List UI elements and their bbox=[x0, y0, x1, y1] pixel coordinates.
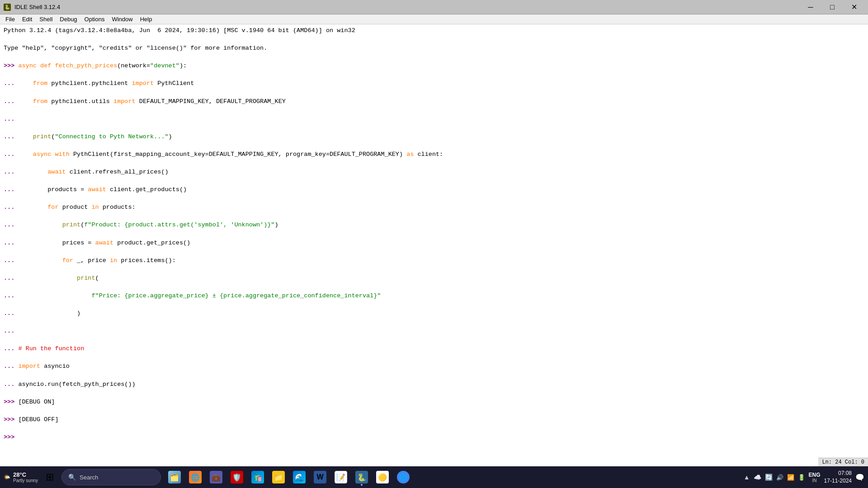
refresh-icon[interactable]: 🔄 bbox=[765, 474, 773, 481]
volume-icon[interactable]: 🔊 bbox=[776, 474, 783, 481]
mcafee-icon: 🛡️ bbox=[231, 471, 243, 483]
title-bar: 🐍 IDLE Shell 3.12.4 ─ □ ✕ bbox=[0, 0, 868, 14]
system-clock[interactable]: 07:08 17-11-2024 bbox=[824, 469, 852, 485]
shell-area[interactable]: Python 3.12.4 (tags/v3.12.4:8e8a4ba, Jun… bbox=[0, 24, 868, 467]
clock-date: 17-11-2024 bbox=[824, 477, 852, 485]
weather-condition: Partly sunny bbox=[13, 478, 38, 483]
network-icon[interactable]: 📶 bbox=[787, 474, 794, 481]
system-tray: ▲ ☁️ 🔄 🔊 📶 🔋 ENG IN 07:08 17-11-2024 🗨️ bbox=[744, 469, 864, 485]
window-title: IDLE Shell 3.12.4 bbox=[14, 4, 60, 10]
cloud-icon[interactable]: ☁️ bbox=[754, 474, 761, 481]
menu-edit[interactable]: Edit bbox=[19, 15, 36, 23]
language-indicator[interactable]: ENG IN bbox=[809, 472, 821, 483]
title-bar-left: 🐍 IDLE Shell 3.12.4 bbox=[4, 4, 60, 11]
taskbar: 🌤️ 28°C Partly sunny ⊞ 🔍 Search 🗂️ 🌐 💼 🛡… bbox=[0, 466, 868, 488]
chevron-up-icon[interactable]: ▲ bbox=[744, 474, 750, 481]
taskbar-app-python[interactable]: 🐍 bbox=[352, 467, 372, 487]
chrome2-icon: 🌐 bbox=[397, 471, 410, 483]
store-icon: 🛍️ bbox=[251, 471, 264, 483]
notifications-icon[interactable]: 🗨️ bbox=[855, 473, 864, 482]
taskbar-app-edge[interactable]: 🌊 bbox=[289, 467, 309, 487]
search-label: Search bbox=[80, 474, 98, 481]
windows-icon: ⊞ bbox=[46, 471, 54, 483]
taskbar-app-files[interactable]: 📁 bbox=[269, 467, 288, 487]
status-bar: Ln: 24 Col: 0 bbox=[818, 458, 868, 466]
maximize-button[interactable]: □ bbox=[822, 0, 843, 14]
explorer-icon: 🗂️ bbox=[168, 471, 181, 483]
taskbar-app-explorer[interactable]: 🗂️ bbox=[165, 467, 184, 487]
cursor-position: Ln: 24 Col: 0 bbox=[822, 459, 864, 465]
taskbar-app-store[interactable]: 🛍️ bbox=[248, 467, 268, 487]
minimize-button[interactable]: ─ bbox=[800, 0, 821, 14]
taskbar-app-word[interactable]: W bbox=[310, 467, 330, 487]
taskbar-app-mcafee[interactable]: 🛡️ bbox=[227, 467, 247, 487]
search-icon: 🔍 bbox=[68, 474, 76, 481]
menu-shell[interactable]: Shell bbox=[36, 15, 56, 23]
taskbar-apps: 🗂️ 🌐 💼 🛡️ 🛍️ 📁 🌊 W 📝 🐍 � bbox=[165, 467, 413, 487]
temperature: 28°C bbox=[13, 471, 38, 478]
taskbar-app-edge-colorful[interactable]: 🌐 bbox=[185, 467, 205, 487]
menu-options[interactable]: Options bbox=[81, 15, 108, 23]
chrome-icon: 🟡 bbox=[376, 471, 389, 483]
menu-debug[interactable]: Debug bbox=[56, 15, 80, 23]
teams-icon: 💼 bbox=[210, 471, 222, 483]
start-button[interactable]: ⊞ bbox=[40, 467, 60, 487]
notepad-icon: 📝 bbox=[335, 471, 347, 483]
taskbar-app-chrome[interactable]: 🟡 bbox=[373, 467, 392, 487]
menu-window[interactable]: Window bbox=[108, 15, 136, 23]
menu-file[interactable]: File bbox=[2, 15, 19, 23]
taskbar-search[interactable]: 🔍 Search bbox=[61, 469, 161, 485]
python-icon: 🐍 bbox=[355, 471, 368, 483]
taskbar-app-notepad[interactable]: 📝 bbox=[331, 467, 351, 487]
weather-widget[interactable]: 🌤️ 28°C Partly sunny bbox=[4, 471, 38, 483]
app-active-dot bbox=[361, 484, 363, 486]
edge-icon: 🌊 bbox=[293, 471, 306, 483]
clock-time: 07:08 bbox=[824, 469, 852, 477]
app-icon: 🐍 bbox=[4, 4, 11, 11]
menu-help[interactable]: Help bbox=[137, 15, 156, 23]
edge-colorful-icon: 🌐 bbox=[189, 471, 202, 483]
tray-icons: ▲ ☁️ 🔄 🔊 📶 🔋 bbox=[744, 474, 805, 481]
menu-bar: File Edit Shell Debug Options Window Hel… bbox=[0, 14, 868, 24]
window-controls: ─ □ ✕ bbox=[800, 0, 864, 14]
taskbar-app-teams[interactable]: 💼 bbox=[206, 467, 226, 487]
close-button[interactable]: ✕ bbox=[844, 0, 864, 14]
weather-info: 28°C Partly sunny bbox=[13, 471, 38, 483]
battery-icon[interactable]: 🔋 bbox=[798, 474, 805, 481]
weather-icon: 🌤️ bbox=[4, 474, 10, 480]
word-icon: W bbox=[314, 471, 326, 483]
taskbar-app-chrome2[interactable]: 🌐 bbox=[393, 467, 413, 487]
files-icon: 📁 bbox=[272, 471, 285, 483]
